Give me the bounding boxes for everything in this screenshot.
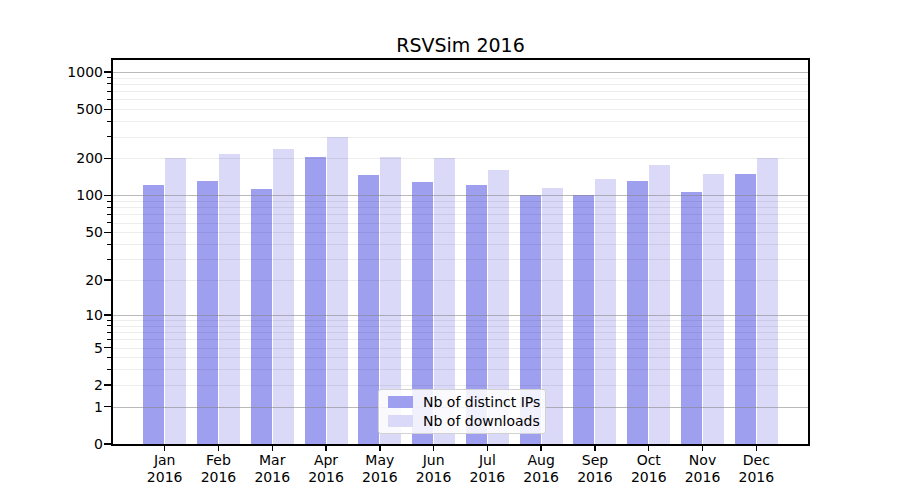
y-tick-mark-0 — [104, 443, 111, 444]
bar-downloads-sep — [595, 179, 616, 444]
gridline-minor-5 — [113, 348, 808, 349]
figure-canvas: RSVSim 2016 01251020501002005001000Jan 2… — [0, 0, 900, 500]
y-minor-tick-mark — [107, 259, 111, 260]
y-minor-tick-mark — [107, 347, 111, 348]
chart-title: RSVSim 2016 — [113, 34, 808, 56]
bar-downloads-feb — [219, 154, 240, 444]
y-minor-tick-mark — [107, 77, 111, 78]
x-tick-mark-mar — [272, 446, 273, 451]
y-tick-label-0: 0 — [0, 437, 103, 451]
y-tick-label-2: 2 — [0, 378, 103, 392]
y-minor-tick-mark — [107, 158, 111, 159]
gridline-minor-300 — [113, 137, 808, 138]
gridline-minor-700 — [113, 91, 808, 92]
y-minor-tick-mark — [107, 320, 111, 321]
y-minor-tick-mark — [107, 222, 111, 223]
gridline-minor-800 — [113, 84, 808, 85]
gridline-minor-50 — [113, 232, 808, 233]
y-tick-label-200: 200 — [0, 151, 103, 165]
x-tick-label-may: May 2016 — [350, 452, 410, 486]
y-tick-label-50: 50 — [0, 225, 103, 239]
bar-downloads-mar — [273, 149, 294, 444]
gridline-major-1000 — [113, 72, 808, 73]
gridline-minor-30 — [113, 259, 808, 260]
y-tick-label-1000: 1000 — [0, 65, 103, 79]
y-minor-tick-mark — [107, 280, 111, 281]
x-tick-mark-jan — [164, 446, 165, 451]
x-tick-mark-jun — [433, 446, 434, 451]
gridline-minor-9 — [113, 320, 808, 321]
y-tick-mark-10 — [104, 314, 111, 315]
y-minor-tick-mark — [107, 83, 111, 84]
y-tick-label-100: 100 — [0, 188, 103, 202]
gridline-minor-40 — [113, 244, 808, 245]
x-tick-mark-nov — [702, 446, 703, 451]
gridline-minor-60 — [113, 223, 808, 224]
gridline-minor-200 — [113, 158, 808, 159]
gridline-minor-7 — [113, 332, 808, 333]
legend-item-distinct-ips: Nb of distinct IPs — [388, 394, 537, 410]
y-minor-tick-mark — [107, 332, 111, 333]
gridline-major-10 — [113, 315, 808, 316]
gridline-minor-6 — [113, 339, 808, 340]
y-tick-label-1: 1 — [0, 400, 103, 414]
y-minor-tick-mark — [107, 369, 111, 370]
x-tick-mark-oct — [648, 446, 649, 451]
legend-swatch-distinct-ips — [388, 396, 413, 408]
gridline-minor-90 — [113, 201, 808, 202]
x-tick-mark-may — [379, 446, 380, 451]
gridline-minor-8 — [113, 326, 808, 327]
legend-item-downloads: Nb of downloads — [388, 413, 537, 429]
y-minor-tick-mark — [107, 384, 111, 385]
y-minor-tick-mark — [107, 136, 111, 137]
gridline-minor-600 — [113, 99, 808, 100]
x-tick-label-dec: Dec 2016 — [726, 452, 786, 486]
y-tick-label-10: 10 — [0, 308, 103, 322]
y-minor-tick-mark — [107, 207, 111, 208]
y-tick-label-500: 500 — [0, 102, 103, 116]
y-tick-mark-1 — [104, 406, 111, 407]
gridline-minor-500 — [113, 109, 808, 110]
y-tick-mark-100 — [104, 195, 111, 196]
gridline-minor-2 — [113, 385, 808, 386]
gridline-minor-80 — [113, 207, 808, 208]
y-tick-label-5: 5 — [0, 341, 103, 355]
y-minor-tick-mark — [107, 201, 111, 202]
x-tick-label-jun: Jun 2016 — [404, 452, 464, 486]
x-tick-mark-aug — [540, 446, 541, 451]
legend-label-downloads: Nb of downloads — [423, 414, 540, 429]
x-tick-label-nov: Nov 2016 — [673, 452, 733, 486]
gridline-minor-3 — [113, 369, 808, 370]
x-tick-label-apr: Apr 2016 — [296, 452, 356, 486]
y-minor-tick-mark — [107, 244, 111, 245]
bar-distinct-ips-feb — [197, 181, 218, 444]
x-tick-mark-dec — [756, 446, 757, 451]
legend: Nb of distinct IPs Nb of downloads — [378, 389, 546, 434]
y-tick-label-20: 20 — [0, 273, 103, 287]
x-tick-label-sep: Sep 2016 — [565, 452, 625, 486]
bar-downloads-apr — [327, 137, 348, 444]
x-tick-label-jul: Jul 2016 — [457, 452, 517, 486]
x-tick-label-feb: Feb 2016 — [188, 452, 248, 486]
x-tick-mark-feb — [218, 446, 219, 451]
y-minor-tick-mark — [107, 91, 111, 92]
y-minor-tick-mark — [107, 357, 111, 358]
x-tick-mark-jul — [487, 446, 488, 451]
x-tick-label-oct: Oct 2016 — [619, 452, 679, 486]
bar-distinct-ips-apr — [305, 157, 326, 444]
x-tick-label-jan: Jan 2016 — [135, 452, 195, 486]
gridline-minor-4 — [113, 357, 808, 358]
gridline-minor-400 — [113, 121, 808, 122]
gridline-major-100 — [113, 195, 808, 196]
x-tick-mark-sep — [594, 446, 595, 451]
x-tick-label-mar: Mar 2016 — [242, 452, 302, 486]
x-tick-label-aug: Aug 2016 — [511, 452, 571, 486]
y-minor-tick-mark — [107, 109, 111, 110]
gridline-minor-70 — [113, 214, 808, 215]
gridline-minor-20 — [113, 280, 808, 281]
y-minor-tick-mark — [107, 121, 111, 122]
y-minor-tick-mark — [107, 325, 111, 326]
bar-distinct-ips-oct — [627, 181, 648, 444]
y-minor-tick-mark — [107, 214, 111, 215]
legend-swatch-downloads — [388, 415, 413, 427]
